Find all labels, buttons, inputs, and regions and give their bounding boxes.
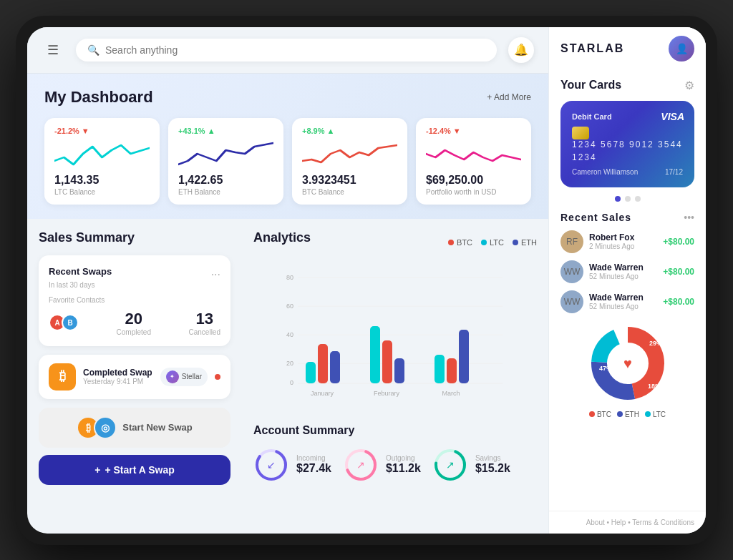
sale-avatar-0: RF bbox=[560, 230, 583, 253]
incoming-info: Incoming $27.4k bbox=[296, 454, 331, 475]
svg-text:40: 40 bbox=[286, 331, 293, 338]
recent-sales-more[interactable]: ••• bbox=[684, 212, 694, 223]
metric-card-eth: +43.1% ▲ 1,422.65 ETH Balance bbox=[168, 118, 283, 205]
svg-text:↗: ↗ bbox=[446, 459, 455, 471]
analytics-legend: BTC LTC ETH bbox=[448, 238, 537, 247]
sales-summary: Sales Summary Recent Swaps ... In last 3… bbox=[27, 219, 242, 534]
sale-info-2: Wade Warren 52 Minutes Ago bbox=[589, 293, 657, 310]
recent-swaps-subtitle: In last 30 days bbox=[49, 281, 220, 289]
ltc-legend-label: LTC bbox=[490, 238, 504, 247]
card-chip-area bbox=[572, 127, 683, 139]
menu-button[interactable]: ☰ bbox=[42, 39, 64, 62]
card-dot-1[interactable] bbox=[615, 196, 621, 202]
card-dot-3[interactable] bbox=[635, 196, 641, 202]
recent-swaps-title: Recent Swaps bbox=[49, 266, 112, 277]
start-new-label: Start New Swap bbox=[122, 422, 193, 433]
completed-swap-card: ₿ Completed Swap Yesterday 9:41 PM ✦ Ste… bbox=[39, 355, 230, 399]
sale-item-1: WW Wade Warren 52 Minutes Ago +$80.00 bbox=[560, 260, 694, 283]
completed-label: Completed bbox=[117, 328, 151, 336]
cancelled-value: 13 bbox=[189, 310, 220, 328]
btc-sparkline bbox=[302, 139, 397, 168]
eth-donut-dot bbox=[617, 411, 623, 417]
portfolio-value: $69,250.00 bbox=[426, 174, 521, 187]
bar-chart: 80 60 40 20 0 bbox=[253, 267, 537, 410]
sidebar-content: Your Cards ⚙ Debit Card VISA 1234 5678 9… bbox=[549, 70, 706, 511]
footer-about[interactable]: About bbox=[586, 519, 605, 526]
sale-amount-1: +$80.00 bbox=[663, 267, 694, 277]
your-cards-title: Your Cards bbox=[560, 79, 621, 92]
ltc-change: -21.2% ▼ bbox=[54, 127, 150, 135]
recent-swaps-more[interactable]: ... bbox=[211, 265, 220, 278]
search-bar[interactable]: 🔍 bbox=[76, 39, 497, 62]
svg-rect-16 bbox=[435, 355, 445, 383]
outgoing-info: Outgoing $11.2k bbox=[386, 454, 421, 475]
start-swap-main-button[interactable]: + + Start A Swap bbox=[39, 455, 230, 485]
incoming-amount: $27.4k bbox=[296, 462, 331, 475]
account-metrics: ↙ Incoming $27.4k bbox=[253, 447, 537, 483]
dashboard-title: My Dashboard bbox=[44, 88, 153, 107]
sidebar-footer: About • Help • Terms & Conditions bbox=[549, 511, 706, 534]
search-input[interactable] bbox=[105, 44, 485, 56]
legend-ltc: LTC bbox=[481, 238, 504, 247]
donut-chart: ♥ 47% 29% 18% BTC ETH bbox=[560, 320, 694, 418]
svg-rect-15 bbox=[394, 358, 404, 383]
eth-legend-dot bbox=[513, 240, 518, 245]
sale-item-2: WW Wade Warren 52 Minutes Ago +$80.00 bbox=[560, 290, 694, 313]
debit-card[interactable]: Debit Card VISA 1234 5678 9012 3544 1234… bbox=[560, 101, 694, 187]
cancelled-label: Cancelled bbox=[189, 328, 220, 336]
metric-cards: -21.2% ▼ 1,143.35 LTC Balance bbox=[44, 118, 531, 205]
card-number: 1234 5678 9012 3544 bbox=[572, 139, 683, 149]
savings-amount: $15.2k bbox=[475, 462, 510, 475]
portfolio-label: Portfolio worth in USD bbox=[426, 188, 521, 196]
svg-text:60: 60 bbox=[286, 303, 293, 310]
eth-legend-label: ETH bbox=[521, 238, 537, 247]
sale-name-1: Wade Warren bbox=[589, 262, 657, 272]
add-more-button[interactable]: + Add More bbox=[487, 92, 531, 102]
recent-sales-title: Recent Sales bbox=[560, 212, 631, 223]
account-summary: Account Summary ↙ bbox=[253, 424, 537, 483]
card-dot-2[interactable] bbox=[625, 196, 631, 202]
analytics-area: Analytics BTC LTC bbox=[242, 219, 548, 534]
svg-text:Feburary: Feburary bbox=[374, 390, 400, 397]
analytics-header: Analytics BTC LTC bbox=[253, 230, 537, 255]
footer-terms[interactable]: Terms & Conditions bbox=[632, 519, 694, 526]
notification-bell[interactable]: 🔔 bbox=[508, 37, 534, 63]
btc-legend-dot bbox=[448, 240, 454, 245]
recent-swaps-card: Recent Swaps ... In last 30 days Favorit… bbox=[39, 255, 230, 346]
metric-card-btc: +8.9% ▲ 3.9323451 BTC Balance bbox=[292, 118, 407, 205]
savings-metric: ↗ Savings $15.2k bbox=[432, 447, 510, 483]
sale-name-2: Wade Warren bbox=[589, 293, 657, 303]
svg-text:March: March bbox=[442, 390, 460, 397]
sale-avatar-2: WW bbox=[560, 290, 583, 313]
ltc-legend-dot bbox=[481, 240, 487, 245]
svg-text:0: 0 bbox=[290, 379, 293, 386]
swap-icons: ₿ ◎ bbox=[77, 416, 117, 439]
card-number-short: 1234 bbox=[572, 152, 683, 162]
svg-rect-18 bbox=[459, 330, 469, 383]
svg-rect-11 bbox=[318, 344, 328, 383]
footer-help[interactable]: Help bbox=[611, 519, 626, 526]
outgoing-metric: ↗ Outgoing $11.2k bbox=[343, 447, 421, 483]
sale-amount-0: +$80.00 bbox=[663, 237, 694, 247]
sale-amount-2: +$80.00 bbox=[663, 297, 694, 307]
card-holder: Cameron Williamson bbox=[572, 168, 638, 176]
eth-change: +43.1% ▲ bbox=[178, 127, 273, 135]
dashboard-section: My Dashboard + Add More -21.2% ▼ bbox=[27, 74, 548, 219]
svg-rect-12 bbox=[330, 351, 340, 383]
metric-card-portfolio: -12.4% ▼ $69,250.00 Portfolio worth in U… bbox=[416, 118, 531, 205]
stellar-label: Stellar bbox=[182, 373, 202, 380]
sale-info-0: Robert Fox 2 Minutes Ago bbox=[589, 232, 657, 250]
outgoing-amount: $11.2k bbox=[386, 462, 421, 475]
incoming-metric: ↙ Incoming $27.4k bbox=[253, 447, 331, 483]
settings-icon[interactable]: ⚙ bbox=[684, 79, 694, 92]
svg-text:18%: 18% bbox=[648, 383, 661, 390]
start-new-swap-button[interactable]: ₿ ◎ Start New Swap bbox=[39, 408, 230, 448]
favorite-label: Favorite Contacts bbox=[49, 296, 220, 304]
legend-btc: BTC bbox=[448, 238, 472, 247]
user-avatar[interactable]: 👤 bbox=[669, 36, 694, 62]
device-inner: ☰ 🔍 🔔 My Dashboard + Add More -21 bbox=[27, 27, 706, 534]
legend-eth: ETH bbox=[513, 238, 537, 247]
dashboard-header: My Dashboard + Add More bbox=[44, 88, 531, 107]
btc-change: +8.9% ▲ bbox=[302, 127, 397, 135]
completed-stat: 20 Completed bbox=[117, 310, 151, 336]
